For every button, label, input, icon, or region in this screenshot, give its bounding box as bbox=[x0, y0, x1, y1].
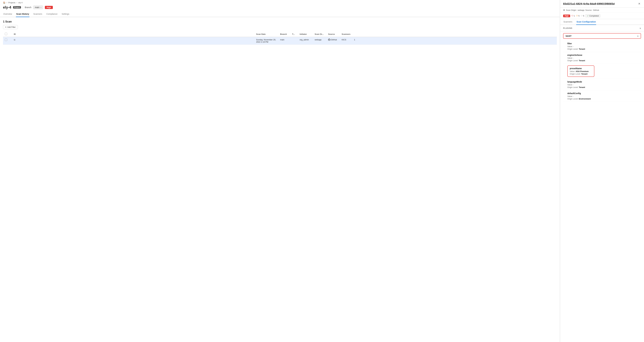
breadcrumb-sep2: > bbox=[16, 2, 18, 4]
row-scan-date: Sunday, November 20, 2022 2:19 PM bbox=[254, 37, 278, 45]
github-icon: GitHub bbox=[328, 38, 337, 41]
breadcrumb-projects[interactable]: Projects bbox=[8, 2, 16, 4]
config-name-presetname: presetName bbox=[570, 67, 592, 70]
right-panel-header: 83d221a1-6824-4c9a-8da9-699015f8065d ✕ bbox=[560, 0, 644, 8]
col-initiator-header: Initiator bbox=[298, 32, 313, 37]
check-icon: ✓ bbox=[587, 15, 589, 17]
high-badge: High bbox=[563, 14, 570, 17]
table-row[interactable]: ⧉ Sunday, November 20, 2022 2:19 PM main… bbox=[3, 37, 557, 45]
select-all-checkbox[interactable] bbox=[5, 33, 7, 35]
risk-badge: High bbox=[45, 6, 53, 9]
project-title: ely-4 bbox=[3, 5, 11, 10]
source-meta-value: GitHub bbox=[593, 9, 599, 11]
config-origin-languagemode: Origin Level: Tenant bbox=[567, 86, 638, 88]
row-t bbox=[290, 37, 298, 45]
project-header: ely-4 Project Branch main ∨ High bbox=[0, 5, 560, 11]
row-checkbox-cell bbox=[3, 37, 12, 45]
shield-red-icon: 🛡 bbox=[572, 15, 573, 17]
severity-count-2: 5 bbox=[578, 15, 580, 17]
row-source-label: GitHub bbox=[331, 38, 337, 41]
config-value-filter: Value: - bbox=[567, 45, 638, 48]
sast-block: SAST ∧ filter Value: - Origin Level: Ten… bbox=[563, 33, 641, 102]
config-value-defaultconfig: Value: - bbox=[567, 95, 638, 98]
col-t-header: T... bbox=[290, 32, 298, 37]
branch-selector[interactable]: main ∨ bbox=[33, 6, 43, 9]
branch-label: Branch bbox=[25, 6, 31, 8]
tab-scanners[interactable]: Scanners bbox=[33, 11, 42, 17]
close-button[interactable]: ✕ bbox=[638, 2, 641, 5]
config-item-presetname: presetName Value: ASA Premium Origin Lev… bbox=[563, 64, 641, 79]
branch-chevron-icon: ∨ bbox=[40, 6, 42, 8]
shield-gray-icon: 🛡 bbox=[581, 15, 583, 17]
config-item-filter: filter Value: - Origin Level: Tenant bbox=[563, 40, 641, 52]
plugins-chevron-icon[interactable]: ∨ bbox=[640, 27, 641, 30]
row-scanners: KICS bbox=[340, 37, 352, 45]
row-initiator: org_admin bbox=[298, 37, 313, 45]
tab-overview[interactable]: Overview bbox=[3, 11, 12, 17]
row-count: 1 bbox=[352, 37, 557, 45]
table-header-row: ID Scan Date Branch T... Initiator Scan … bbox=[3, 32, 557, 37]
scan-meta: ⊕ Scan Origin: webapp Source: GitHub bbox=[560, 8, 644, 13]
config-origin-presetname: Origin Level: Tenant bbox=[570, 73, 592, 75]
completed-badge: ✓ Completed bbox=[585, 14, 600, 18]
config-value-engineverbose: Value: - bbox=[567, 57, 638, 59]
tab-right-scanners[interactable]: Scanners bbox=[563, 19, 572, 25]
scan-content: 1 Scan ≡ Add Filter ID Scan Date Branch … bbox=[0, 17, 560, 342]
home-icon[interactable]: 🏠 bbox=[3, 2, 6, 4]
config-origin-defaultconfig: Origin Level: Environment bbox=[567, 98, 638, 100]
breadcrumb-project-name: ely-4 bbox=[18, 2, 22, 4]
copy-icon[interactable]: ⧉ bbox=[14, 38, 15, 41]
sast-chevron-icon[interactable]: ∧ bbox=[637, 35, 638, 37]
tab-settings[interactable]: Settings bbox=[61, 11, 70, 17]
preset-value: ASA Premium bbox=[576, 70, 589, 72]
row-branch: main bbox=[278, 37, 290, 45]
completed-label: Completed bbox=[589, 15, 599, 17]
plugins-header: PLUGINS ∨ bbox=[560, 25, 644, 31]
scan-badges: High 🛡 1 🛡 5 🛡 5 ✓ Completed bbox=[560, 13, 644, 19]
config-name-engineverbose: engineVerbose bbox=[567, 54, 638, 56]
severity-badge-3: 🛡 5 bbox=[581, 15, 584, 17]
col-source-header: Source bbox=[326, 32, 340, 37]
config-name-languagemode: languageMode bbox=[567, 80, 638, 83]
config-name-defaultconfig: defaultConfig bbox=[567, 92, 638, 94]
right-tabs: Scanners Scan Configuration bbox=[560, 19, 644, 25]
right-panel: 83d221a1-6824-4c9a-8da9-699015f8065d ✕ ⊕… bbox=[560, 0, 644, 342]
add-filter-label: Add Filter bbox=[7, 26, 16, 28]
breadcrumb-sep1: > bbox=[6, 2, 8, 4]
breadcrumb: 🏠 > Projects > ely-4 bbox=[0, 0, 560, 5]
severity-badge-2: 🛡 5 bbox=[576, 15, 580, 17]
config-origin-filter: Origin Level: Tenant bbox=[567, 48, 638, 50]
row-scan-origin: webapp bbox=[313, 37, 326, 45]
row-copy-id[interactable]: ⧉ bbox=[12, 37, 254, 45]
col-id-header: ID bbox=[12, 32, 254, 37]
sast-header[interactable]: SAST ∧ bbox=[563, 33, 641, 39]
tab-scan-history[interactable]: Scan History bbox=[16, 11, 30, 17]
config-value-presetname: Value: ASA Premium bbox=[570, 70, 592, 72]
project-badge: Project bbox=[13, 6, 21, 8]
left-panel: 🏠 > Projects > ely-4 ely-4 Project Branc… bbox=[0, 0, 560, 342]
preset-name-box: presetName Value: ASA Premium Origin Lev… bbox=[567, 66, 594, 77]
col-scan-origin-header: Scan Or... bbox=[313, 32, 326, 37]
tab-scan-configuration[interactable]: Scan Configuration bbox=[576, 19, 596, 25]
config-item-languagemode: languageMode Value: - Origin Level: Tena… bbox=[563, 79, 641, 90]
branch-value: main bbox=[35, 6, 39, 8]
col-extra-header bbox=[352, 32, 557, 37]
header-divider bbox=[23, 6, 23, 9]
scan-count: 1 Scan bbox=[3, 20, 557, 23]
severity-badge-1: 🛡 1 bbox=[572, 15, 575, 17]
col-scanners-header: Scanners bbox=[340, 32, 352, 37]
row-source: GitHub bbox=[326, 37, 340, 45]
config-name-filter: filter bbox=[567, 42, 638, 45]
origin-dot-icon: ⊕ bbox=[563, 9, 565, 12]
config-origin-engineverbose: Origin Level: Tenant bbox=[567, 60, 638, 62]
col-checkbox bbox=[3, 32, 12, 37]
row-checkbox[interactable] bbox=[5, 38, 7, 41]
sast-label: SAST bbox=[566, 35, 572, 37]
scan-origin-value: webapp bbox=[578, 9, 584, 11]
nav-tabs: Overview Scan History Scanners Complianc… bbox=[0, 11, 560, 17]
scan-id-title: 83d221a1-6824-4c9a-8da9-699015f8065d bbox=[563, 2, 614, 6]
add-filter-button[interactable]: ≡ Add Filter bbox=[3, 25, 18, 29]
shield-orange-icon: 🛡 bbox=[576, 15, 578, 17]
scan-origin-label: Scan Origin: bbox=[566, 9, 577, 11]
tab-compliance[interactable]: Compliance bbox=[46, 11, 58, 17]
